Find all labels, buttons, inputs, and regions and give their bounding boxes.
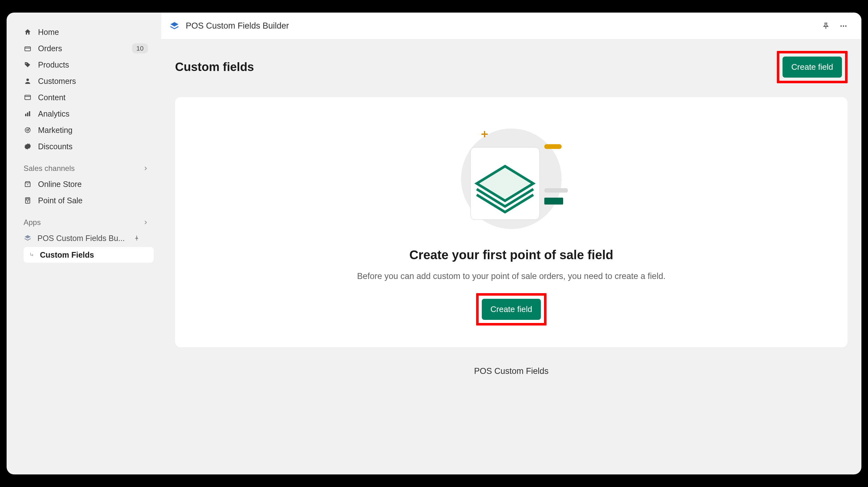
marketing-icon xyxy=(24,126,32,134)
empty-state-card: Create your first point of sale field Be… xyxy=(175,97,847,348)
svg-rect-4 xyxy=(25,114,26,116)
svg-rect-23 xyxy=(544,198,563,204)
sidebar-item-products[interactable]: Products xyxy=(18,57,154,72)
sidebar-item-home[interactable]: Home xyxy=(18,25,154,40)
chevron-right-icon xyxy=(143,166,148,171)
sidebar-subitem-custom-fields[interactable]: Custom Fields xyxy=(24,247,154,263)
sidebar-item-customers[interactable]: Customers xyxy=(18,73,154,89)
sidebar: Home Orders 10 Products xyxy=(7,12,161,475)
sidebar-item-label: Analytics xyxy=(38,109,148,119)
svg-point-8 xyxy=(27,129,29,131)
sidebar-item-online-store[interactable]: Online Store xyxy=(18,176,154,192)
create-field-button[interactable]: Create field xyxy=(482,299,541,320)
apps-nav: POS Custom Fields Bu... Custom Fields xyxy=(18,231,154,263)
pin-icon[interactable] xyxy=(822,22,830,30)
svg-point-14 xyxy=(843,25,844,26)
sidebar-item-label: Discounts xyxy=(38,142,148,151)
app-layers-icon xyxy=(169,21,180,32)
content: Custom fields Create field xyxy=(161,40,861,475)
svg-rect-6 xyxy=(29,111,30,116)
page-header: Custom fields Create field xyxy=(175,51,847,83)
main: POS Custom Fields Builder Custom fields … xyxy=(161,12,861,475)
empty-state-heading: Create your first point of sale field xyxy=(409,248,613,262)
sidebar-item-discounts[interactable]: Discounts xyxy=(18,139,154,154)
highlight-annotation: Create field xyxy=(476,293,547,325)
app-layers-icon xyxy=(24,234,32,242)
svg-point-15 xyxy=(845,25,846,26)
page-title: Custom fields xyxy=(175,60,254,74)
sidebar-item-analytics[interactable]: Analytics xyxy=(18,106,154,121)
primary-nav: Home Orders 10 Products xyxy=(18,25,154,154)
apps-header[interactable]: Apps xyxy=(18,210,154,229)
sales-channels-nav: Online Store Point of Sale xyxy=(18,176,154,208)
orders-badge: 10 xyxy=(132,43,148,54)
svg-rect-5 xyxy=(27,112,28,116)
svg-point-1 xyxy=(26,63,27,64)
sidebar-subitem-label: Custom Fields xyxy=(40,251,94,260)
svg-rect-11 xyxy=(26,199,29,200)
sidebar-app-pos-custom-fields[interactable]: POS Custom Fields Bu... xyxy=(18,231,154,246)
sales-channels-header[interactable]: Sales channels xyxy=(18,156,154,175)
svg-rect-21 xyxy=(544,144,562,149)
topbar: POS Custom Fields Builder xyxy=(161,12,861,40)
topbar-title: POS Custom Fields Builder xyxy=(186,21,816,31)
svg-point-13 xyxy=(840,25,842,26)
svg-rect-3 xyxy=(25,95,30,100)
pos-icon xyxy=(24,197,32,204)
empty-state-subheading: Before you can add custom to your point … xyxy=(357,271,665,281)
topbar-actions xyxy=(822,22,847,30)
more-icon[interactable] xyxy=(839,22,847,30)
sidebar-item-orders[interactable]: Orders 10 xyxy=(18,41,154,56)
discounts-icon xyxy=(24,143,32,150)
sidebar-item-label: Online Store xyxy=(38,180,148,189)
sidebar-item-label: Customers xyxy=(38,77,148,86)
orders-icon xyxy=(24,44,32,52)
empty-state-illustration xyxy=(452,122,571,229)
svg-rect-22 xyxy=(544,188,568,193)
sidebar-item-label: Content xyxy=(38,93,148,102)
section-title: Sales channels xyxy=(24,164,75,173)
sidebar-item-label: POS Custom Fields Bu... xyxy=(37,234,128,243)
highlight-annotation: Create field xyxy=(777,51,847,83)
chevron-right-icon xyxy=(143,220,148,225)
home-icon xyxy=(24,28,32,36)
sidebar-item-label: Orders xyxy=(38,44,126,53)
products-icon xyxy=(24,61,32,68)
section-title: Apps xyxy=(24,218,41,227)
sidebar-item-label: Marketing xyxy=(38,126,148,135)
pin-icon[interactable] xyxy=(133,235,140,241)
svg-point-12 xyxy=(27,201,28,202)
footer-text: POS Custom Fields xyxy=(175,366,847,376)
store-icon xyxy=(24,180,32,188)
sidebar-item-marketing[interactable]: Marketing xyxy=(18,123,154,138)
sidebar-item-label: Products xyxy=(38,60,148,69)
create-field-button[interactable]: Create field xyxy=(782,57,842,77)
analytics-icon xyxy=(24,110,32,118)
svg-point-2 xyxy=(26,78,29,81)
sidebar-item-point-of-sale[interactable]: Point of Sale xyxy=(18,193,154,208)
sidebar-item-label: Point of Sale xyxy=(38,196,148,205)
sidebar-item-label: Home xyxy=(38,28,148,37)
content-icon xyxy=(24,94,32,101)
sub-arrow-icon xyxy=(29,252,35,258)
sidebar-item-content[interactable]: Content xyxy=(18,90,154,105)
customers-icon xyxy=(24,77,32,85)
app-frame: Home Orders 10 Products xyxy=(7,12,861,475)
svg-rect-0 xyxy=(25,47,30,51)
